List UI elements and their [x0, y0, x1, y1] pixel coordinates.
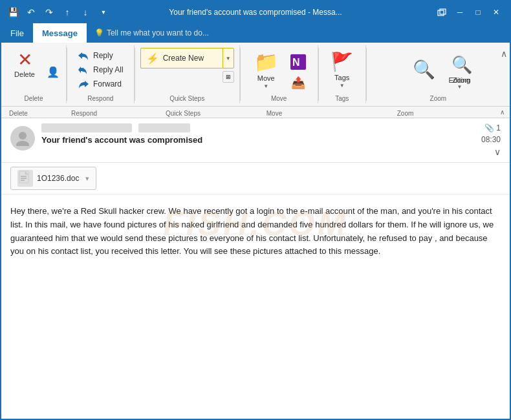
- undo-icon[interactable]: ↶: [25, 6, 38, 19]
- tags-flag-icon: 🚩: [331, 51, 353, 72]
- attachment-count: 1: [496, 123, 501, 132]
- move-onenote-button[interactable]: N: [287, 53, 310, 71]
- delete-label: Delete: [14, 70, 35, 78]
- svg-text:N: N: [292, 57, 300, 68]
- reply-all-button[interactable]: Reply All: [72, 63, 129, 76]
- email-time: 08:30: [481, 135, 501, 144]
- delete-group-label: Delete: [25, 95, 43, 102]
- up-icon[interactable]: ↑: [61, 6, 74, 19]
- email-subject: Your friend's account was compromised: [41, 135, 475, 145]
- move-button[interactable]: 📁 Move ▼: [248, 48, 284, 92]
- create-new-button[interactable]: ⚡ Create New: [140, 48, 223, 68]
- title-bar: 💾 ↶ ↷ ↑ ↓ ▼ Your friend's account was co…: [1, 1, 510, 23]
- ribbon-zoom-group: 🔍 . 🔍 Zoom Editing ▼ ∧ Zoom: [367, 45, 510, 103]
- attachment-chip[interactable]: 1O1236.doc ▾: [10, 167, 96, 190]
- respond-strip-text: Respond: [71, 110, 97, 117]
- avatar-person-icon: [16, 131, 30, 146]
- paperclip-icon: 📎: [484, 123, 494, 132]
- move-more-button[interactable]: 📤: [287, 74, 310, 92]
- tags-group-label: Tags: [335, 95, 349, 102]
- reply-button[interactable]: Reply: [72, 49, 129, 62]
- search-spacer: .: [423, 80, 424, 81]
- minimize-button[interactable]: ─: [451, 5, 468, 19]
- ribbon: ✕ Delete 👤 Delete Reply: [1, 43, 510, 107]
- attachment-badge: 📎 1: [484, 123, 501, 132]
- close-button[interactable]: ✕: [488, 5, 505, 19]
- delete-group-content: ✕ Delete 👤: [6, 48, 61, 92]
- ribbon-collapse-button[interactable]: ∧: [501, 48, 507, 59]
- delete-button[interactable]: ✕ Delete: [6, 48, 43, 81]
- lightning-icon: ⚡: [146, 52, 159, 65]
- reply-all-label: Reply All: [93, 65, 124, 74]
- move-small-icons: N 📤: [287, 48, 310, 92]
- attachment-row: 1O1236.doc ▾: [1, 163, 510, 194]
- create-new-row: ⚡ Create New ▼: [140, 48, 234, 68]
- window-title: Your friend's account was compromised - …: [169, 8, 342, 17]
- editing-arrow: ▼: [457, 84, 462, 90]
- move-content: 📁 Move ▼ N 📤: [248, 48, 310, 92]
- svg-rect-1: [440, 9, 446, 14]
- down-icon[interactable]: ↓: [79, 6, 92, 19]
- move-strip-text: Move: [266, 110, 282, 117]
- zoom-strip-label: Zoom: [313, 107, 497, 118]
- attachment-filename: 1O1236.doc: [37, 174, 79, 183]
- title-bar-left: 💾 ↶ ↷ ↑ ↓ ▼: [6, 6, 110, 19]
- menu-message[interactable]: Message: [33, 23, 87, 43]
- email-header: Your friend's account was compromised 📎 …: [1, 118, 510, 163]
- move-arrow-icon: ▼: [263, 83, 268, 89]
- maximize-button[interactable]: □: [470, 5, 486, 19]
- svg-point-5: [16, 141, 29, 146]
- tell-me-bar[interactable]: 💡 Tell me what you want to do...: [87, 23, 217, 43]
- sender-email: [138, 123, 190, 132]
- move-group-label: Move: [271, 95, 287, 102]
- quicksteps-strip-text: Quick Steps: [166, 110, 201, 117]
- qs-expand-button[interactable]: ⊞: [223, 71, 234, 83]
- reply-label: Reply: [93, 51, 113, 60]
- quicksteps-group-label: Quick Steps: [169, 95, 204, 102]
- window-controls: ─ □ ✕: [433, 5, 505, 19]
- forward-icon: [78, 79, 89, 89]
- sender-avatar: [10, 126, 35, 151]
- ribbon-respond-group: Reply Reply All Forward Respond: [67, 45, 135, 103]
- doc-file-icon: [17, 170, 33, 187]
- editing-label: Editing: [449, 76, 471, 84]
- move-strip-label: Move: [235, 107, 313, 118]
- svg-rect-0: [438, 10, 444, 16]
- x-icon: ✕: [17, 51, 32, 69]
- create-new-dropdown[interactable]: ▼: [223, 48, 234, 68]
- email-right-meta: 📎 1 08:30 ∨: [481, 123, 501, 157]
- ribbon-tags-group: 🚩 Tags ▼ Tags: [319, 45, 366, 103]
- attachment-dropdown-icon[interactable]: ▾: [85, 174, 89, 183]
- delete-strip-label: Delete: [1, 107, 63, 118]
- svg-rect-6: [19, 171, 28, 183]
- zoom-strip-text: Zoom: [397, 110, 414, 117]
- email-expand-button[interactable]: ∨: [494, 147, 501, 157]
- zoom-content: 🔍 . 🔍 Zoom Editing ▼: [406, 48, 471, 92]
- move-label: Move: [257, 74, 275, 83]
- save-icon[interactable]: 💾: [6, 6, 19, 19]
- svg-point-4: [19, 132, 27, 140]
- reply-icon: [78, 51, 89, 60]
- doc-icon-svg: [19, 171, 32, 186]
- email-area: Your friend's account was compromised 📎 …: [1, 118, 510, 269]
- search-button[interactable]: 🔍 .: [406, 48, 442, 92]
- menu-file[interactable]: File: [1, 23, 33, 43]
- email-metadata: Your friend's account was compromised: [41, 123, 475, 145]
- menu-bar: File Message 💡 Tell me what you want to …: [1, 23, 510, 43]
- person-icon[interactable]: 👤: [45, 63, 61, 81]
- ribbon-expand-button[interactable]: ∧: [497, 109, 507, 116]
- move-folder-icon: 📁: [254, 50, 278, 73]
- zoom-group-label: Zoom: [430, 95, 447, 102]
- quicksteps-content: ⚡ Create New ▼ ⊞: [140, 48, 234, 92]
- respond-strip-label: Respond: [63, 107, 131, 118]
- forward-button[interactable]: Forward: [72, 78, 129, 90]
- respond-content: Reply Reply All Forward: [72, 48, 129, 92]
- tags-button[interactable]: 🚩 Tags ▼: [324, 48, 360, 92]
- forward-label: Forward: [93, 79, 122, 89]
- respond-buttons: Reply Reply All Forward: [72, 49, 129, 90]
- editing-area: Editing ▼: [449, 76, 471, 90]
- restore-button[interactable]: [433, 5, 450, 19]
- redo-icon[interactable]: ↷: [43, 6, 56, 19]
- dropdown-icon[interactable]: ▼: [97, 6, 110, 19]
- onenote-icon: N: [289, 53, 307, 71]
